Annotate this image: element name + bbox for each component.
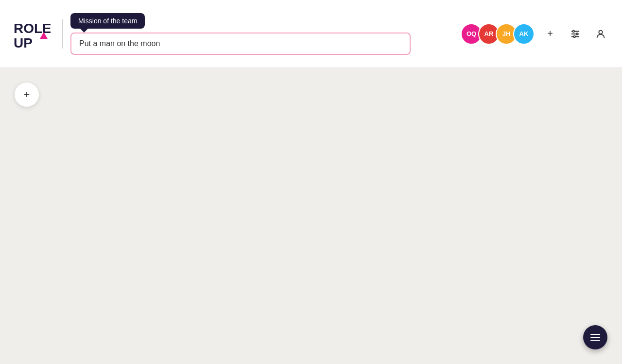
app-header: ROLE UP Mission of the team OQ AR JH [0, 0, 622, 68]
mission-tooltip: Mission of the team [70, 13, 145, 29]
svg-point-10 [599, 30, 602, 33]
main-canvas: + [0, 68, 622, 364]
avatar-ak[interactable]: AK [513, 23, 535, 45]
add-node-button[interactable]: + [15, 83, 39, 107]
user-icon [595, 29, 606, 39]
svg-point-9 [573, 35, 575, 37]
logo-area: ROLE UP [12, 15, 67, 53]
menu-fab-button[interactable] [583, 325, 607, 349]
header-right: OQ AR JH AK + [461, 23, 610, 45]
svg-point-7 [573, 30, 575, 32]
plus-icon: + [547, 28, 553, 39]
logo-divider [62, 19, 63, 49]
hamburger-icon [590, 334, 600, 341]
mission-input[interactable] [70, 33, 411, 55]
filter-button[interactable] [566, 24, 585, 44]
user-button[interactable] [591, 24, 610, 44]
mission-tooltip-label: Mission of the team [78, 17, 137, 25]
add-member-button[interactable]: + [540, 24, 560, 44]
app-logo: ROLE UP [12, 15, 51, 53]
add-node-icon: + [24, 88, 30, 101]
svg-text:UP: UP [14, 35, 33, 50]
header-center: Mission of the team [70, 13, 461, 55]
svg-text:ROLE: ROLE [14, 21, 51, 36]
sliders-icon [570, 29, 581, 39]
svg-point-8 [576, 33, 578, 35]
avatar-group: OQ AR JH AK [461, 23, 535, 45]
